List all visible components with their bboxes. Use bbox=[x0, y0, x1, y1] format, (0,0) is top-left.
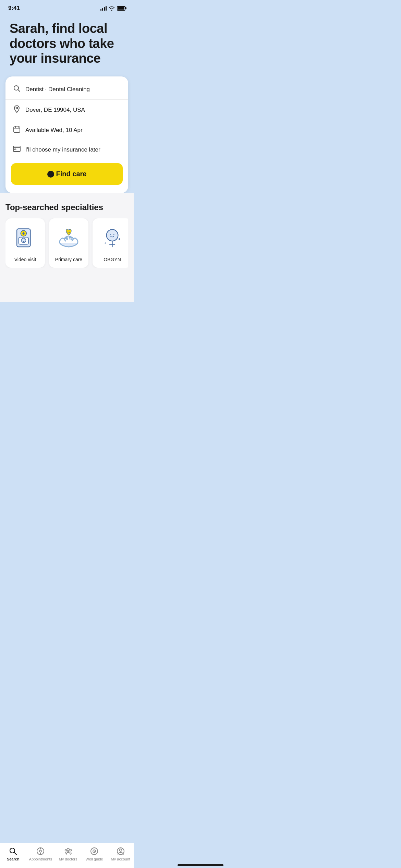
video-visit-label: Video visit bbox=[14, 257, 36, 262]
insurance-icon bbox=[13, 146, 21, 154]
specialty-row[interactable]: Dentist · Dental Cleaning bbox=[5, 79, 128, 100]
video-visit-icon bbox=[12, 225, 39, 253]
find-care-label: Find care bbox=[56, 170, 87, 178]
calendar-icon bbox=[13, 126, 21, 134]
search-card: Dentist · Dental Cleaning Dover, DE 1990… bbox=[5, 76, 128, 193]
obgyn-label: OBGYN bbox=[104, 257, 121, 262]
top-searched-title: Top-searched specialties bbox=[5, 203, 128, 212]
date-row[interactable]: Available Wed, 10 Apr bbox=[5, 120, 128, 140]
primary-care-label: Primary care bbox=[55, 257, 82, 262]
location-row[interactable]: Dover, DE 19904, USA bbox=[5, 100, 128, 120]
main-content: Top-searched specialties bbox=[0, 193, 134, 302]
find-care-button[interactable]: Find care bbox=[11, 163, 123, 185]
svg-point-2 bbox=[16, 107, 18, 109]
status-time: 9:41 bbox=[8, 5, 20, 12]
primary-care-icon bbox=[55, 225, 83, 253]
date-value: Available Wed, 10 Apr bbox=[25, 127, 83, 134]
specialty-grid: Video visit bbox=[5, 218, 128, 268]
specialty-value: Dentist · Dental Cleaning bbox=[25, 86, 90, 93]
obgyn-icon bbox=[99, 225, 126, 253]
signal-icon bbox=[100, 6, 107, 11]
status-icons bbox=[100, 6, 125, 11]
svg-point-18 bbox=[68, 231, 68, 231]
search-icon bbox=[13, 85, 21, 94]
header-section: Sarah, find local doctors who take your … bbox=[0, 14, 134, 76]
svg-point-19 bbox=[70, 231, 70, 231]
insurance-row[interactable]: I'll choose my insurance later bbox=[5, 140, 128, 159]
svg-rect-9 bbox=[14, 149, 16, 150]
svg-point-21 bbox=[110, 234, 111, 235]
location-value: Dover, DE 19904, USA bbox=[25, 107, 85, 113]
insurance-value: I'll choose my insurance later bbox=[25, 146, 100, 153]
svg-rect-3 bbox=[14, 127, 20, 132]
svg-line-1 bbox=[18, 90, 20, 92]
svg-point-15 bbox=[21, 238, 26, 242]
specialty-card-video-visit[interactable]: Video visit bbox=[5, 218, 45, 268]
page-title: Sarah, find local doctors who take your … bbox=[10, 21, 124, 66]
specialty-card-obgyn[interactable]: OBGYN bbox=[93, 218, 128, 268]
svg-point-20 bbox=[107, 229, 118, 241]
svg-point-16 bbox=[23, 239, 23, 240]
battery-icon bbox=[117, 6, 125, 11]
svg-point-22 bbox=[113, 234, 114, 235]
find-care-dot-icon bbox=[47, 171, 54, 178]
status-bar: 9:41 bbox=[0, 0, 134, 14]
wifi-icon bbox=[109, 6, 115, 11]
svg-point-17 bbox=[24, 239, 25, 240]
location-icon bbox=[13, 105, 21, 114]
specialty-card-primary-care[interactable]: Primary care bbox=[49, 218, 88, 268]
